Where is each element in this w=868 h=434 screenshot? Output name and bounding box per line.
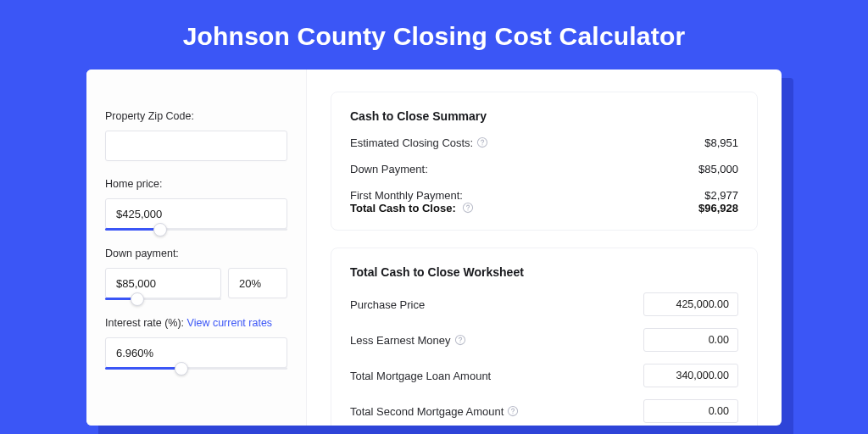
worksheet-row-input[interactable]: [643, 399, 738, 423]
home-price-input[interactable]: [105, 198, 287, 229]
help-icon[interactable]: [454, 334, 466, 346]
interest-rate-slider-fill: [105, 367, 181, 370]
worksheet-row: Total Second Mortgage Amount: [350, 399, 738, 423]
home-price-label: Home price:: [105, 178, 287, 190]
home-price-group: Home price:: [105, 178, 287, 231]
worksheet-row: Purchase Price: [350, 292, 738, 316]
down-payment-label: Down payment:: [105, 248, 287, 259]
svg-point-3: [468, 209, 469, 210]
down-payment-slider[interactable]: [105, 298, 221, 300]
interest-rate-input[interactable]: [105, 337, 287, 368]
worksheet-row-input[interactable]: [643, 364, 738, 387]
summary-panel: Cash to Close Summary Estimated Closing …: [331, 92, 758, 231]
worksheet-panel: Total Cash to Close Worksheet Purchase P…: [331, 248, 758, 426]
view-rates-link[interactable]: View current rates: [187, 317, 273, 329]
summary-total-label: Total Cash to Close:: [350, 202, 474, 214]
worksheet-row-label: Less Earnest Money: [350, 334, 466, 347]
zip-input[interactable]: [105, 131, 287, 161]
summary-row: Down Payment:$85,000: [350, 163, 738, 175]
summary-row-label: First Monthly Payment:: [350, 189, 463, 202]
interest-rate-label-text: Interest rate (%):: [105, 317, 184, 329]
summary-row-value: $8,951: [704, 136, 738, 149]
down-payment-group: Down payment:: [105, 248, 287, 300]
interest-rate-slider[interactable]: [105, 367, 287, 370]
summary-row-label: Estimated Closing Costs:: [350, 136, 488, 149]
summary-row: Estimated Closing Costs:$8,951: [350, 136, 738, 149]
help-icon[interactable]: [476, 136, 488, 148]
home-price-slider-fill: [105, 228, 160, 231]
help-icon[interactable]: [462, 202, 474, 214]
down-payment-pct-input[interactable]: [228, 268, 287, 298]
worksheet-row-input[interactable]: [643, 328, 738, 352]
svg-point-7: [513, 413, 514, 414]
worksheet-row: Total Mortgage Loan Amount: [350, 364, 738, 387]
help-icon[interactable]: [507, 405, 519, 417]
summary-total-value: $96,928: [698, 202, 738, 214]
zip-label: Property Zip Code:: [105, 110, 287, 122]
zip-field-group: Property Zip Code:: [105, 110, 287, 161]
worksheet-row: Less Earnest Money: [350, 328, 738, 352]
interest-rate-label: Interest rate (%): View current rates: [105, 317, 287, 329]
page-title: Johnson County Closing Cost Calculator: [183, 22, 686, 51]
interest-rate-group: Interest rate (%): View current rates: [105, 317, 287, 370]
summary-row-value: $2,977: [704, 189, 738, 202]
card-shadow: Property Zip Code: Home price: Down paym…: [86, 70, 782, 426]
svg-point-1: [482, 144, 483, 145]
summary-row: First Monthly Payment:$2,977: [350, 189, 738, 202]
results-panel: Cash to Close Summary Estimated Closing …: [307, 70, 782, 426]
inputs-panel: Property Zip Code: Home price: Down paym…: [86, 70, 307, 426]
home-price-slider-thumb[interactable]: [153, 223, 167, 236]
worksheet-row-input[interactable]: [643, 292, 738, 316]
summary-row-label: Down Payment:: [350, 163, 428, 175]
summary-row-value: $85,000: [698, 163, 738, 175]
down-payment-slider-thumb[interactable]: [131, 292, 144, 306]
home-price-slider[interactable]: [105, 228, 287, 231]
worksheet-heading: Total Cash to Close Worksheet: [350, 265, 738, 279]
summary-heading: Cash to Close Summary: [350, 109, 738, 123]
interest-rate-slider-thumb[interactable]: [175, 362, 188, 376]
worksheet-row-label: Total Mortgage Loan Amount: [350, 370, 491, 382]
calculator-card: Property Zip Code: Home price: Down paym…: [86, 70, 782, 426]
summary-total-row: Total Cash to Close: $96,928: [350, 202, 738, 214]
worksheet-row-label: Total Second Mortgage Amount: [350, 405, 519, 418]
down-payment-input[interactable]: [105, 268, 221, 298]
svg-point-5: [459, 342, 460, 342]
worksheet-row-label: Purchase Price: [350, 298, 425, 311]
